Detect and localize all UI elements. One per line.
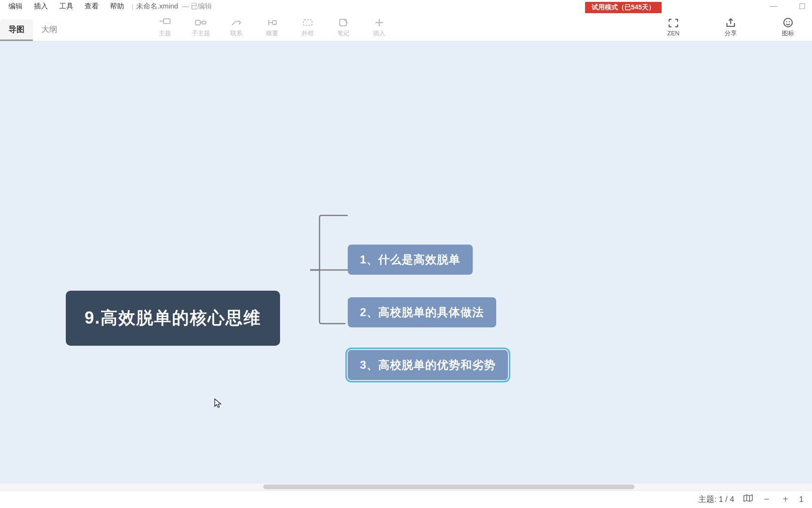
subtopic-1[interactable]: 1、什么是高效脱单 — [348, 245, 473, 275]
tab-mindmap[interactable]: 导图 — [0, 19, 33, 41]
note-button[interactable]: 笔记 — [329, 16, 358, 38]
topic-count-label: 主题: 1 / 4 — [698, 494, 734, 505]
menu-edit[interactable]: 编辑 — [3, 0, 28, 12]
icon-panel-label: 图标 — [782, 29, 794, 38]
boundary-label: 外框 — [302, 29, 314, 38]
relation-button[interactable]: 联系 — [222, 16, 251, 38]
menu-insert[interactable]: 插入 — [28, 0, 54, 12]
summary-icon — [266, 16, 278, 29]
document-edited-label: — 已编辑 — [182, 2, 212, 11]
subtopic-3[interactable]: 3、高校脱单的优势和劣势 — [348, 350, 508, 380]
share-button[interactable]: 分享 — [716, 16, 745, 38]
zen-button[interactable]: ZEN — [659, 16, 688, 37]
central-topic[interactable]: 9.高效脱单的核心思维 — [66, 291, 280, 346]
svg-rect-4 — [304, 20, 312, 25]
menu-bar: 编辑 插入 工具 查看 帮助 | 未命名.xmind — 已编辑 — [0, 0, 812, 12]
fullscreen-icon — [668, 16, 679, 30]
svg-rect-1 — [195, 20, 200, 25]
topic-button[interactable]: 主题 — [150, 16, 180, 38]
share-icon — [725, 16, 736, 29]
status-bar: 主题: 1 / 4 − + 1 — [0, 490, 812, 508]
zoom-in-button[interactable]: + — [781, 494, 791, 505]
toolbar-right: ZEN 分享 图标 — [659, 12, 803, 41]
note-label: 笔记 — [337, 29, 350, 38]
svg-rect-3 — [273, 21, 276, 24]
insert-button[interactable]: 插入 — [365, 16, 394, 38]
relation-icon — [230, 16, 242, 29]
svg-rect-2 — [202, 21, 206, 24]
share-label: 分享 — [725, 29, 737, 38]
subtopic-icon — [195, 16, 207, 29]
mouse-cursor-icon — [214, 398, 222, 408]
plus-icon — [374, 16, 384, 29]
boundary-icon — [302, 16, 314, 29]
boundary-button[interactable]: 外框 — [293, 16, 322, 38]
horizontal-scrollbar[interactable] — [0, 484, 812, 490]
minimize-button[interactable]: — — [766, 2, 781, 10]
topic-icon — [159, 16, 171, 29]
view-tabs: 导图 大纲 — [0, 12, 66, 41]
subtopic-2[interactable]: 2、高校脱单的具体做法 — [348, 297, 496, 327]
svg-point-8 — [789, 21, 790, 22]
menu-view[interactable]: 查看 — [79, 0, 104, 12]
zoom-out-button[interactable]: − — [762, 494, 772, 505]
svg-point-6 — [784, 18, 792, 27]
horizontal-scrollbar-thumb[interactable] — [263, 484, 634, 489]
zen-label: ZEN — [667, 30, 679, 37]
menu-tools[interactable]: 工具 — [54, 0, 79, 12]
menu-help[interactable]: 帮助 — [104, 0, 130, 12]
toolbar-tools: 主题 子主题 联系 概要 外框 — [150, 16, 394, 38]
insert-label: 插入 — [373, 29, 385, 38]
note-icon — [337, 16, 350, 29]
svg-point-7 — [786, 21, 787, 22]
toolbar: 导图 大纲 主题 子主题 联系 概要 — [0, 12, 812, 41]
smiley-icon — [782, 16, 794, 29]
subtopic-label: 子主题 — [192, 29, 210, 38]
tab-outline[interactable]: 大纲 — [33, 19, 66, 41]
relation-label: 联系 — [230, 29, 242, 38]
icon-panel-button[interactable]: 图标 — [773, 16, 803, 38]
subtopic-button[interactable]: 子主题 — [186, 16, 215, 38]
topic-label: 主题 — [159, 29, 171, 38]
window-controls: — ☐ — [766, 0, 809, 12]
trial-mode-badge[interactable]: 试用模式（已545天） — [585, 2, 662, 13]
document-filename: 未命名.xmind — [136, 2, 178, 11]
zoom-level: 1 — [799, 495, 804, 504]
separator: | — [132, 2, 133, 10]
minimap-icon[interactable] — [743, 494, 753, 505]
maximize-button[interactable]: ☐ — [795, 2, 809, 11]
summary-button[interactable]: 概要 — [258, 16, 287, 38]
mindmap-canvas[interactable]: 9.高效脱单的核心思维 1、什么是高效脱单 2、高校脱单的具体做法 3、高校脱单… — [0, 41, 812, 489]
svg-rect-0 — [164, 19, 170, 24]
summary-label: 概要 — [266, 29, 278, 38]
